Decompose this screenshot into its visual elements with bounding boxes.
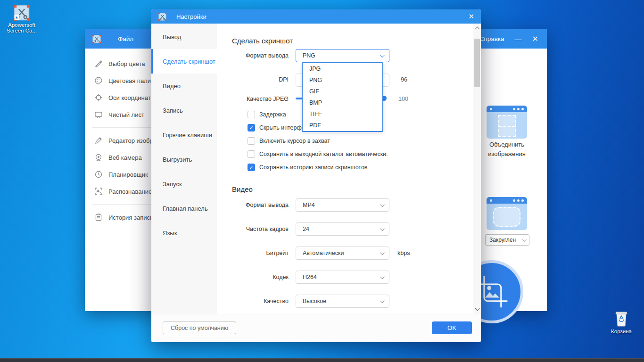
- sidebar-item-color-picker[interactable]: Выбор цвета: [85, 55, 160, 72]
- close-button[interactable]: ✕: [532, 34, 538, 43]
- codec-label: Кодек: [217, 274, 289, 280]
- nav-item-screenshot[interactable]: Сделать скриншот: [151, 49, 217, 74]
- nav-item-output[interactable]: Вывод: [151, 25, 217, 49]
- bitrate-value: Автоматически: [303, 250, 344, 256]
- nav-item-video[interactable]: Видео: [151, 74, 217, 98]
- format-option-tiff[interactable]: TIFF: [303, 108, 382, 120]
- screenshot-section-heading: Сделать скриншот: [232, 37, 293, 45]
- chevron-down-icon: [380, 250, 385, 255]
- dpi-current-value: 96: [401, 76, 407, 83]
- include-cursor-label: Включить курсор в захват: [259, 138, 330, 144]
- format-option-bmp[interactable]: BMP: [303, 97, 382, 108]
- framerate-select[interactable]: 24: [296, 222, 389, 236]
- include-cursor-row: Включить курсор в захват: [248, 137, 330, 145]
- quality-label: Качество: [217, 298, 289, 304]
- sidebar-item-webcam[interactable]: Веб камера: [85, 149, 160, 166]
- jpeg-quality-label: Качество JPEG: [217, 96, 289, 102]
- framerate-label: Частота кадров: [217, 226, 289, 232]
- scrollbar-thumb[interactable]: [474, 39, 480, 87]
- desktop-shortcut-apowersoft[interactable]: Apowersoft Screen Ca...: [0, 5, 43, 33]
- pencil-icon: [94, 136, 103, 145]
- merge-images-label: Объединить изображения: [477, 140, 537, 159]
- include-cursor-checkbox[interactable]: [248, 137, 255, 145]
- app-icon: [92, 35, 101, 43]
- dialog-title: Настройки: [176, 13, 206, 20]
- video-format-label: Формат вывода: [217, 202, 289, 208]
- recycle-bin-label: Корзина: [600, 329, 643, 334]
- dialog-footer: Сброс по умолчанию OK: [151, 314, 481, 342]
- sidebar-item-ocr[interactable]: Распознавание текста: [85, 183, 160, 200]
- dialog-scrollbar[interactable]: [473, 24, 481, 314]
- rounded-shape-select[interactable]: Закруглен: [485, 234, 529, 246]
- chevron-down-icon: [380, 274, 385, 279]
- minimize-button[interactable]: —: [515, 35, 522, 43]
- format-option-gif[interactable]: GIF: [303, 86, 382, 97]
- dialog-body: Вывод Сделать скриншот Видео Запись Горя…: [151, 24, 481, 314]
- delay-label: Задержка: [259, 111, 286, 118]
- ok-button[interactable]: OK: [432, 321, 472, 334]
- sidebar-label: Выбор цвета: [108, 60, 145, 67]
- merge-images-icon[interactable]: [487, 106, 527, 139]
- clock-icon: [94, 170, 103, 179]
- mini-window-header: [487, 197, 527, 204]
- desktop-background: Apowersoft Screen Ca... Корзина Файл Инс…: [0, 0, 644, 362]
- format-option-pdf[interactable]: PDF: [303, 120, 382, 131]
- sidebar-item-history[interactable]: История записи: [85, 209, 160, 226]
- whiteboard-icon: [94, 110, 103, 119]
- jpeg-quality-value: 100: [398, 96, 408, 102]
- quality-select[interactable]: Высокое: [296, 295, 389, 308]
- save-history-row: Сохранять историю записи скриншотов: [248, 164, 368, 171]
- autosave-label: Сохранить в выходной каталог автоматичес…: [259, 151, 388, 157]
- framerate-value: 24: [303, 226, 309, 232]
- menu-file[interactable]: Файл: [118, 35, 133, 42]
- scroll-up-icon[interactable]: [475, 27, 479, 32]
- sidebar-label: Веб камера: [108, 154, 142, 161]
- color-picker-icon: [94, 59, 103, 68]
- save-history-checkbox[interactable]: [248, 164, 255, 171]
- taskbar[interactable]: [0, 358, 644, 362]
- menu-help[interactable]: Справка: [479, 35, 504, 42]
- sidebar-item-axes[interactable]: Оси координат: [85, 89, 160, 106]
- webcam-icon: [94, 153, 103, 162]
- nav-item-upload[interactable]: Выгрузить: [151, 147, 217, 172]
- nav-item-record[interactable]: Запись: [151, 98, 217, 123]
- sidebar-item-image-editor[interactable]: Редактор изображений: [85, 132, 160, 149]
- hide-interface-checkbox[interactable]: [248, 124, 255, 132]
- format-value: PNG: [303, 52, 315, 59]
- format-select[interactable]: PNG: [296, 49, 389, 62]
- rounded-shape-value: Закруглен: [489, 237, 516, 243]
- sidebar-item-whiteboard[interactable]: Чистый лист: [85, 106, 160, 123]
- apowersoft-app-icon: [14, 5, 30, 21]
- palette-icon: [94, 76, 103, 85]
- save-history-label: Сохранять историю записи скриншотов: [259, 164, 368, 171]
- nav-item-language[interactable]: Язык: [151, 221, 217, 245]
- reset-defaults-button[interactable]: Сброс по умолчанию: [163, 321, 236, 334]
- nav-item-hotkeys[interactable]: Горячие клавиши: [151, 123, 217, 147]
- autosave-checkbox[interactable]: [248, 150, 255, 158]
- codec-select[interactable]: H264: [296, 271, 389, 284]
- sidebar-item-scheduler[interactable]: Планировщик: [85, 166, 160, 183]
- nav-item-main-panel[interactable]: Главная панель: [151, 196, 217, 221]
- chevron-down-icon: [380, 226, 385, 231]
- format-label: Формат вывода: [217, 52, 289, 59]
- delay-checkbox[interactable]: [248, 111, 255, 118]
- desktop-recycle-bin[interactable]: Корзина: [600, 310, 643, 334]
- bitrate-select[interactable]: Автоматически: [296, 247, 389, 260]
- format-option-jpg[interactable]: JPG: [303, 63, 382, 74]
- recycle-bin-icon: [614, 310, 628, 327]
- mini-window-header: [487, 106, 527, 112]
- dialog-close-icon[interactable]: ✕: [468, 12, 474, 21]
- scroll-down-icon[interactable]: [475, 306, 479, 311]
- rounded-dashed-frame: [493, 207, 520, 227]
- nav-item-startup[interactable]: Запуск: [151, 172, 217, 196]
- chevron-down-icon: [380, 298, 385, 303]
- sidebar-item-palette[interactable]: Цветовая палитра: [85, 72, 160, 89]
- video-format-value: MP4: [303, 202, 315, 208]
- rounded-capture-icon[interactable]: [487, 197, 527, 230]
- format-option-png[interactable]: PNG: [303, 74, 382, 86]
- codec-value: H264: [303, 274, 317, 280]
- dpi-label: DPI: [217, 76, 289, 83]
- video-section-heading: Видео: [232, 185, 253, 193]
- bitrate-label: Битрейт: [217, 250, 289, 256]
- video-format-select[interactable]: MP4: [296, 198, 389, 212]
